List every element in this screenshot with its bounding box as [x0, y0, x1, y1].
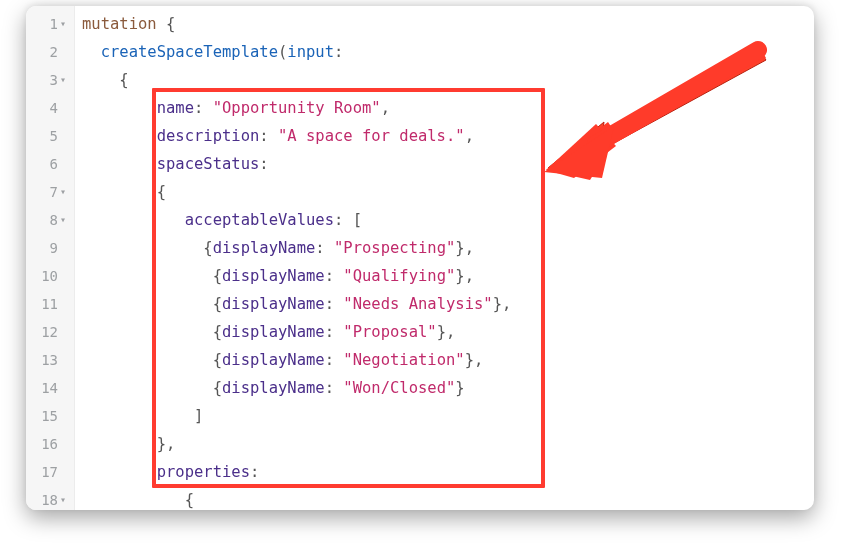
line-content: {: [82, 178, 166, 206]
token-pun: },: [455, 267, 474, 285]
line-content: mutation {: [82, 10, 175, 38]
line-content: {displayName: "Proposal"},: [82, 318, 455, 346]
token-pun: }: [455, 379, 464, 397]
code-line[interactable]: 9 {displayName: "Prospecting"},: [26, 234, 814, 262]
token-pun: },: [465, 351, 484, 369]
token-kw: mutation: [82, 15, 157, 33]
code-line[interactable]: 7▾ {: [26, 178, 814, 206]
token-attr: description: [157, 127, 260, 145]
token-pun: :: [334, 43, 343, 61]
token-attr: acceptableValues: [185, 211, 334, 229]
line-content: name: "Opportunity Room",: [82, 94, 390, 122]
code-line[interactable]: 10 {displayName: "Qualifying"},: [26, 262, 814, 290]
fold-toggle-icon[interactable]: ▾: [60, 66, 66, 94]
line-content: {: [82, 66, 129, 94]
code-line[interactable]: 8▾ acceptableValues: [: [26, 206, 814, 234]
line-number: 13: [26, 346, 58, 374]
token-pun: : [: [334, 211, 362, 229]
token-str: "Won/Closed": [343, 379, 455, 397]
line-content: {displayName: "Negotiation"},: [82, 346, 483, 374]
token-pun: :: [250, 463, 259, 481]
token-pun: (: [278, 43, 287, 61]
line-content: {displayName: "Prospecting"},: [82, 234, 474, 262]
token-pun: },: [157, 435, 176, 453]
token-str: "Proposal": [343, 323, 436, 341]
line-number: 18: [26, 486, 58, 510]
code-line[interactable]: 15 ]: [26, 402, 814, 430]
token-attr: displayName: [222, 323, 325, 341]
token-pun: {: [213, 323, 222, 341]
code-line[interactable]: 5 description: "A space for deals.",: [26, 122, 814, 150]
code-line[interactable]: 12 {displayName: "Proposal"},: [26, 318, 814, 346]
code-line[interactable]: 3▾ {: [26, 66, 814, 94]
line-content: createSpaceTemplate(input:: [82, 38, 343, 66]
line-content: ]: [82, 402, 203, 430]
line-number: 12: [26, 318, 58, 346]
token-str: "Qualifying": [343, 267, 455, 285]
token-attr: displayName: [213, 239, 316, 257]
code-line[interactable]: 6 spaceStatus:: [26, 150, 814, 178]
code-line[interactable]: 13 {displayName: "Negotiation"},: [26, 346, 814, 374]
token-pun: :: [259, 155, 268, 173]
token-attr: name: [157, 99, 194, 117]
line-content: {displayName: "Won/Closed"}: [82, 374, 465, 402]
line-content: properties:: [82, 458, 259, 486]
line-number: 8: [26, 206, 58, 234]
code-line[interactable]: 17 properties:: [26, 458, 814, 486]
line-number: 16: [26, 430, 58, 458]
code-line[interactable]: 16 },: [26, 430, 814, 458]
fold-toggle-icon[interactable]: ▾: [60, 486, 66, 510]
token-pun: :: [259, 127, 278, 145]
token-pun: {: [203, 239, 212, 257]
token-attr: spaceStatus: [157, 155, 260, 173]
token-str: "Prospecting": [334, 239, 455, 257]
fold-toggle-icon[interactable]: ▾: [60, 10, 66, 38]
fold-toggle-icon[interactable]: ▾: [60, 206, 66, 234]
token-str: "Needs Analysis": [343, 295, 492, 313]
code-line[interactable]: 14 {displayName: "Won/Closed"}: [26, 374, 814, 402]
token-pun: {: [213, 379, 222, 397]
code-area[interactable]: 1▾mutation {2 createSpaceTemplate(input:…: [26, 6, 814, 510]
token-pun: {: [185, 491, 194, 509]
code-line[interactable]: 18▾ {: [26, 486, 814, 510]
line-number: 7: [26, 178, 58, 206]
token-attr: displayName: [222, 267, 325, 285]
token-pun: :: [325, 295, 344, 313]
fold-toggle-icon[interactable]: ▾: [60, 178, 66, 206]
line-number: 6: [26, 150, 58, 178]
token-pun: :: [315, 239, 334, 257]
token-fn: input: [287, 43, 334, 61]
token-pun: {: [157, 15, 176, 33]
token-pun: ]: [194, 407, 203, 425]
token-attr: properties: [157, 463, 250, 481]
code-line[interactable]: 11 {displayName: "Needs Analysis"},: [26, 290, 814, 318]
token-pun: ,: [465, 127, 474, 145]
token-attr: displayName: [222, 351, 325, 369]
line-content: spaceStatus:: [82, 150, 269, 178]
line-number: 17: [26, 458, 58, 486]
token-pun: {: [157, 183, 166, 201]
code-line[interactable]: 1▾mutation {: [26, 10, 814, 38]
code-line[interactable]: 2 createSpaceTemplate(input:: [26, 38, 814, 66]
token-str: "Negotiation": [343, 351, 464, 369]
line-content: {displayName: "Qualifying"},: [82, 262, 474, 290]
code-line[interactable]: 4 name: "Opportunity Room",: [26, 94, 814, 122]
line-number: 9: [26, 234, 58, 262]
line-content: {displayName: "Needs Analysis"},: [82, 290, 511, 318]
token-pun: {: [213, 351, 222, 369]
line-number: 14: [26, 374, 58, 402]
token-pun: :: [325, 267, 344, 285]
token-pun: },: [455, 239, 474, 257]
token-pun: {: [213, 267, 222, 285]
token-str: "A space for deals.": [278, 127, 465, 145]
line-content: },: [82, 430, 175, 458]
token-pun: {: [119, 71, 128, 89]
token-str: "Opportunity Room": [213, 99, 381, 117]
line-number: 2: [26, 38, 58, 66]
editor-frame: 1▾mutation {2 createSpaceTemplate(input:…: [26, 6, 814, 510]
token-pun: :: [325, 351, 344, 369]
line-number: 4: [26, 94, 58, 122]
line-number: 1: [26, 10, 58, 38]
token-fn: createSpaceTemplate: [101, 43, 278, 61]
token-attr: displayName: [222, 295, 325, 313]
